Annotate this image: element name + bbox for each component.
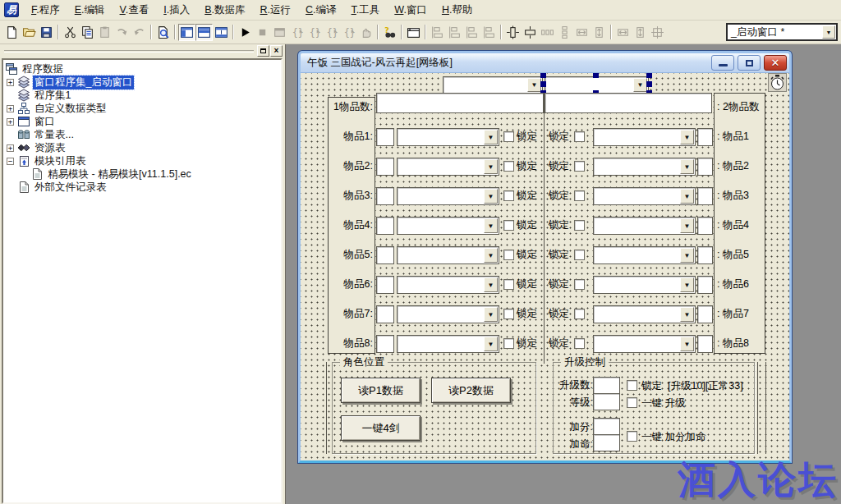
- lock-checkbox-p1-4[interactable]: [503, 220, 514, 231]
- menu-item-W[interactable]: W.窗口: [387, 1, 434, 20]
- item-count-field-p2-1[interactable]: [697, 128, 713, 146]
- read-p2-data-button[interactable]: 读P2数据: [431, 378, 511, 403]
- tree-item-8[interactable]: 精易模块 - 精易模块[v11.1.5].ec: [3, 167, 281, 181]
- item-combobox-p1-5[interactable]: ▼: [397, 246, 499, 264]
- designer-form-surface[interactable]: ▼ ▼: [301, 73, 789, 460]
- lock-checkbox-p2-3[interactable]: [574, 190, 585, 201]
- item-count-field-p1-7[interactable]: [376, 305, 394, 323]
- tree-item-5[interactable]: 常量表...: [3, 128, 281, 141]
- tree-item-label[interactable]: 精易模块 - 精易模块[v11.1.5].ec: [46, 167, 193, 181]
- item-count-field-p2-3[interactable]: [697, 187, 713, 205]
- active-window-combobox[interactable]: _启动窗口 * ▼: [726, 23, 838, 41]
- form-window-button[interactable]: [405, 24, 422, 41]
- menu-item-B[interactable]: B.数据库: [197, 1, 252, 20]
- item-count-field-p1-6[interactable]: [376, 276, 394, 294]
- lock-checkbox-p2-8[interactable]: [574, 338, 585, 349]
- tree-item-label[interactable]: 自定义数据类型: [33, 102, 108, 116]
- item-count-field-p1-1[interactable]: [376, 128, 394, 146]
- minimize-button[interactable]: [711, 55, 734, 71]
- item-combobox-p2-1[interactable]: ▼: [593, 128, 696, 146]
- tree-item-0[interactable]: 程序数据: [3, 62, 281, 76]
- tree-item-6[interactable]: +资源表: [3, 141, 281, 154]
- expand-icon[interactable]: +: [7, 144, 14, 152]
- item-combobox-p1-8[interactable]: ▼: [397, 335, 499, 353]
- close-button[interactable]: ✕: [764, 55, 787, 71]
- item-combobox-p2-2[interactable]: ▼: [593, 158, 696, 176]
- chevron-down-icon[interactable]: ▼: [680, 189, 694, 204]
- chevron-down-icon[interactable]: ▼: [484, 218, 498, 233]
- layout-grid-button[interactable]: [213, 24, 230, 41]
- chevron-down-icon[interactable]: ▼: [680, 130, 694, 144]
- chevron-down-icon[interactable]: ▼: [527, 78, 541, 92]
- tree-item-label[interactable]: 资源表: [33, 141, 67, 155]
- expand-icon[interactable]: +: [7, 79, 14, 86]
- maximize-button[interactable]: [738, 55, 761, 71]
- center-horizontal-button[interactable]: [504, 24, 522, 41]
- tree-item-label[interactable]: 程序数据: [21, 62, 65, 76]
- open-folder-button[interactable]: [21, 24, 38, 41]
- item-count-field-p1-4[interactable]: [376, 217, 394, 235]
- lock-checkbox-p2-1[interactable]: [574, 131, 585, 142]
- item-combobox-p2-3[interactable]: ▼: [593, 187, 696, 205]
- chevron-down-icon[interactable]: ▼: [822, 25, 835, 39]
- item-count-field-p2-8[interactable]: [697, 335, 713, 353]
- one-key-bonus-checkbox[interactable]: [627, 431, 637, 442]
- tree-item-label[interactable]: 外部文件记录表: [33, 181, 108, 195]
- player1-item-count-field[interactable]: [376, 93, 544, 113]
- lock-checkbox-p2-7[interactable]: [574, 309, 585, 319]
- selection-handle[interactable]: [593, 73, 599, 78]
- item-combobox-p2-5[interactable]: ▼: [593, 246, 696, 264]
- lock-checkbox-p2-6[interactable]: [574, 279, 585, 290]
- lock-checkbox-p1-8[interactable]: [503, 338, 514, 349]
- item-combobox-p2-7[interactable]: ▼: [593, 305, 696, 323]
- tree-item-9[interactable]: 外部文件记录表: [3, 181, 281, 194]
- lock-checkbox-p1-6[interactable]: [503, 279, 514, 290]
- tree-item-2[interactable]: 程序集1: [3, 89, 281, 102]
- level-field[interactable]: [593, 393, 620, 410]
- chevron-down-icon[interactable]: ▼: [680, 218, 694, 233]
- item-count-field-p1-2[interactable]: [376, 158, 394, 176]
- item-combobox-p2-4[interactable]: ▼: [593, 217, 696, 235]
- item-count-field-p1-8[interactable]: [376, 335, 394, 353]
- lock-checkbox-p1-2[interactable]: [503, 161, 514, 172]
- chevron-down-icon[interactable]: ▼: [484, 277, 498, 292]
- tree-item-label[interactable]: 窗口: [33, 115, 57, 129]
- selection-handle[interactable]: [646, 73, 652, 78]
- item-count-field-p2-6[interactable]: [697, 276, 713, 294]
- chevron-down-icon[interactable]: ▼: [680, 277, 694, 292]
- item-combobox-p1-6[interactable]: ▼: [397, 276, 499, 294]
- new-doc-button[interactable]: [3, 24, 21, 41]
- chevron-down-icon[interactable]: ▼: [484, 130, 498, 144]
- find-doc-button[interactable]: [154, 24, 172, 41]
- add-life-field[interactable]: [593, 434, 620, 451]
- chevron-down-icon[interactable]: ▼: [680, 248, 694, 263]
- chevron-down-icon[interactable]: ▼: [680, 307, 694, 322]
- lock-checkbox-p2-2[interactable]: [574, 161, 585, 172]
- item-count-field-p2-7[interactable]: [697, 305, 713, 323]
- item-combobox-p1-3[interactable]: ▼: [397, 187, 499, 205]
- lock-checkbox-p1-7[interactable]: [503, 309, 514, 319]
- selection-handle[interactable]: [540, 81, 546, 87]
- item-count-field-p2-5[interactable]: [697, 246, 713, 264]
- menu-item-E[interactable]: E.编辑: [67, 1, 113, 20]
- tree-item-label[interactable]: 模块引用表: [33, 154, 88, 168]
- add-score-field[interactable]: [593, 418, 620, 435]
- panel-close-button[interactable]: ×: [270, 45, 283, 57]
- item-combobox-p2-8[interactable]: ▼: [593, 335, 696, 353]
- copy-button[interactable]: [79, 24, 96, 41]
- selection-handle[interactable]: [540, 73, 546, 78]
- tree-item-4[interactable]: +窗口: [3, 115, 281, 128]
- chevron-down-icon[interactable]: ▼: [484, 248, 498, 263]
- designer-title-bar[interactable]: 午饭 三国战记-风云再起[网络板] ✕: [301, 53, 789, 73]
- panel-grip[interactable]: [4, 50, 254, 53]
- player2-item-count-field[interactable]: [545, 93, 712, 113]
- expand-icon[interactable]: +: [7, 118, 14, 126]
- menu-item-F[interactable]: F.程序: [24, 1, 67, 20]
- chevron-down-icon[interactable]: ▼: [680, 159, 694, 174]
- menu-item-H[interactable]: H.帮助: [434, 1, 480, 20]
- cut-button[interactable]: [62, 24, 79, 41]
- item-combobox-p1-1[interactable]: ▼: [397, 128, 499, 146]
- selection-handle[interactable]: [646, 81, 652, 87]
- upgrade-count-field[interactable]: [593, 377, 620, 394]
- chevron-down-icon[interactable]: ▼: [633, 78, 647, 92]
